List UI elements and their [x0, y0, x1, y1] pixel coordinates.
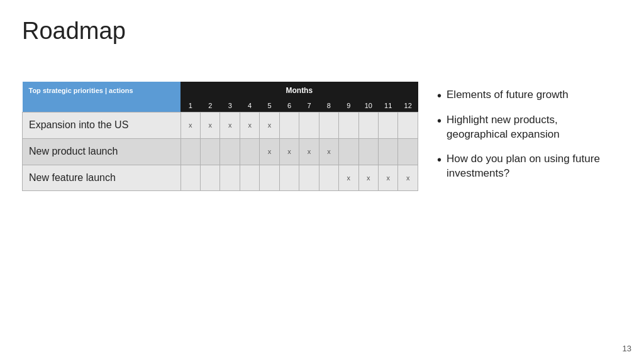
- bullet-dot: •: [437, 152, 441, 167]
- month-cell-3: [220, 165, 240, 191]
- month-cell-5: x: [260, 112, 279, 139]
- month-cell-3: x: [220, 112, 240, 139]
- month-cell-7: [299, 112, 319, 139]
- bullet-item: •How do you plan on using future investm…: [437, 152, 619, 181]
- month-cell-9: [339, 112, 358, 139]
- priority-cell: Expansion into the US: [23, 112, 181, 139]
- month-cell-8: [319, 112, 338, 139]
- month-cell-11: [378, 112, 397, 139]
- month-6: 6: [279, 99, 299, 112]
- month-cell-12: [398, 138, 418, 165]
- month-cell-1: x: [180, 112, 200, 139]
- table-body: Expansion into the USxxxxxNew product la…: [23, 112, 418, 191]
- month-cell-12: x: [398, 165, 418, 191]
- month-cell-10: x: [358, 165, 378, 191]
- month-cell-5: x: [260, 138, 279, 165]
- month-cell-1: [180, 138, 200, 165]
- month-3: 3: [220, 99, 240, 112]
- month-7: 7: [299, 99, 319, 112]
- months-header: Months: [180, 82, 418, 99]
- page-title: Roadmap: [22, 18, 126, 45]
- priority-cell: New feature launch: [23, 165, 181, 191]
- month-cell-6: [279, 112, 299, 139]
- month-1: 1: [180, 99, 200, 112]
- bullet-text: Highlight new products, geographical exp…: [447, 113, 619, 142]
- bullets-section: •Elements of future growth•Highlight new…: [437, 82, 619, 191]
- month-cell-4: [240, 138, 259, 165]
- month-cell-4: [240, 165, 259, 191]
- priorities-header: Top strategic priorities | actions: [23, 82, 181, 99]
- main-content: Top strategic priorities | actions Month…: [22, 82, 619, 191]
- month-cell-7: x: [299, 138, 319, 165]
- table-section: Top strategic priorities | actions Month…: [22, 82, 418, 191]
- month-cell-3: [220, 138, 240, 165]
- month-cell-8: [319, 165, 338, 191]
- month-cell-5: [260, 165, 279, 191]
- header-top-row: Top strategic priorities | actions Month…: [23, 82, 418, 99]
- month-9: 9: [339, 99, 358, 112]
- month-cell-12: [398, 112, 418, 139]
- bullet-item: •Elements of future growth: [437, 88, 619, 103]
- month-cell-2: [201, 138, 220, 165]
- table-row: New product launchxxxx: [23, 138, 418, 165]
- month-cell-9: x: [339, 165, 358, 191]
- month-5: 5: [260, 99, 279, 112]
- month-cell-2: [201, 165, 220, 191]
- month-cell-6: x: [279, 138, 299, 165]
- priority-cell: New product launch: [23, 138, 181, 165]
- page-number: 13: [623, 344, 631, 353]
- month-12: 12: [398, 99, 418, 112]
- month-cell-10: [358, 138, 378, 165]
- table-row: New feature launchxxxx: [23, 165, 418, 191]
- month-11: 11: [378, 99, 397, 112]
- bullet-item: •Highlight new products, geographical ex…: [437, 113, 619, 142]
- bullet-dot: •: [437, 113, 441, 128]
- month-cell-2: x: [201, 112, 220, 139]
- month-2: 2: [201, 99, 220, 112]
- month-cell-8: x: [319, 138, 338, 165]
- month-cell-10: [358, 112, 378, 139]
- bullet-text: How do you plan on using future investme…: [447, 152, 619, 181]
- month-cell-1: [180, 165, 200, 191]
- month-cell-7: [299, 165, 319, 191]
- month-cell-11: x: [378, 165, 397, 191]
- header-nums-row: 1 2 3 4 5 6 7 8 9 10 11 12: [23, 99, 418, 112]
- month-10: 10: [358, 99, 378, 112]
- bullet-dot: •: [437, 88, 441, 103]
- table-row: Expansion into the USxxxxx: [23, 112, 418, 139]
- roadmap-table: Top strategic priorities | actions Month…: [22, 82, 418, 191]
- month-cell-6: [279, 165, 299, 191]
- month-8: 8: [319, 99, 338, 112]
- month-cell-11: [378, 138, 397, 165]
- month-4: 4: [240, 99, 259, 112]
- month-cell-9: [339, 138, 358, 165]
- empty-header: [23, 99, 181, 112]
- bullet-text: Elements of future growth: [447, 88, 569, 102]
- month-cell-4: x: [240, 112, 259, 139]
